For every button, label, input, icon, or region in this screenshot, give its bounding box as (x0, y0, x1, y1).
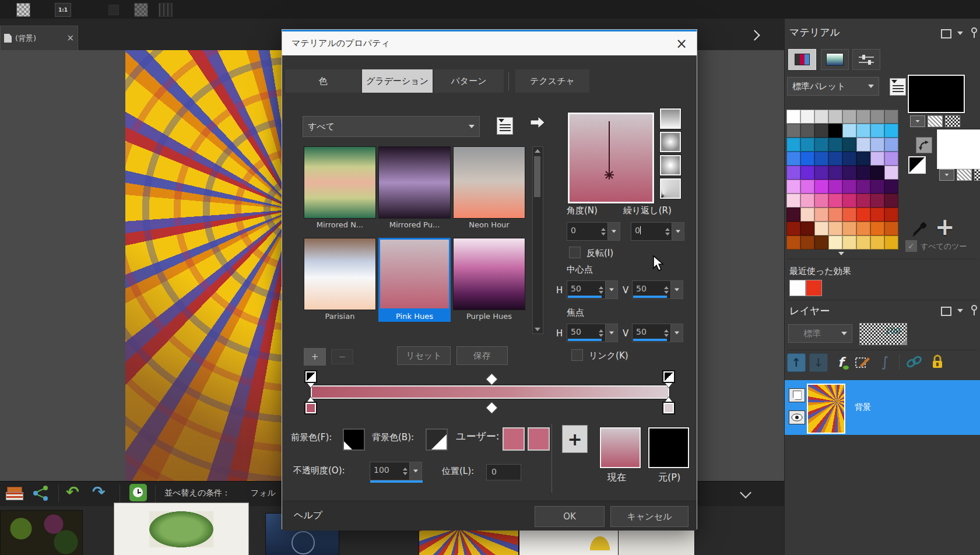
layers-menu-icon[interactable] (957, 309, 963, 312)
palette-color-swatch[interactable] (884, 194, 898, 208)
focal-h-dropdown-icon[interactable] (605, 324, 617, 342)
palette-color-swatch[interactable] (870, 180, 884, 194)
bg-gradient-style-button[interactable] (957, 169, 972, 181)
palette-color-swatch[interactable] (870, 236, 884, 250)
palette-color-swatch[interactable] (786, 222, 800, 236)
sunburst-gradient-style-button[interactable] (660, 155, 681, 175)
palette-color-swatch[interactable] (870, 208, 884, 222)
rectangular-gradient-style-button[interactable] (660, 132, 681, 152)
dialog-close-icon[interactable]: × (676, 37, 687, 51)
move-layer-down-icon[interactable]: ↓ (809, 353, 828, 372)
center-h-spinner[interactable]: 50 (567, 280, 618, 299)
focal-v-spinner[interactable]: 50 (632, 324, 683, 342)
palette-color-swatch[interactable] (786, 110, 800, 124)
layer-styles-icon[interactable]: f (831, 353, 850, 371)
palette-color-swatch[interactable] (842, 236, 856, 250)
pattern-icon[interactable] (134, 3, 148, 17)
layer-thumbnail[interactable] (807, 384, 845, 434)
transfer-arrow-icon[interactable] (529, 115, 546, 132)
transparency-stop-left[interactable] (304, 370, 317, 383)
palette-color-swatch[interactable] (884, 236, 898, 250)
palette-color-swatch[interactable] (800, 180, 814, 194)
gradient-item-thumbnail[interactable] (453, 146, 525, 219)
gradient-item-thumbnail[interactable] (304, 238, 376, 310)
palette-color-swatch[interactable] (884, 222, 898, 236)
gradient-item-thumbnail[interactable] (378, 146, 451, 219)
gradient-item-thumbnail[interactable] (453, 238, 525, 310)
palette-color-swatch[interactable] (870, 222, 884, 236)
palette-color-swatch[interactable] (870, 194, 884, 208)
palette-color-swatch[interactable] (828, 180, 842, 194)
bg-pattern-style-button[interactable] (974, 169, 980, 181)
layers-pin-icon[interactable] (970, 304, 978, 318)
one-to-one-zoom-icon[interactable]: 1:1 (55, 3, 71, 17)
dialog-bg-swatch[interactable] (426, 428, 448, 451)
palette-color-swatch[interactable] (870, 124, 884, 138)
angle-dropdown-icon[interactable] (607, 223, 620, 240)
palette-color-swatch[interactable] (786, 236, 800, 250)
gradient-item[interactable]: Purple Hues (453, 238, 525, 322)
palette-color-swatch[interactable] (786, 138, 800, 152)
palette-color-swatch[interactable] (842, 222, 856, 236)
palette-color-swatch[interactable] (884, 138, 898, 152)
tab-color[interactable]: 色 (285, 69, 361, 93)
stop-position-input[interactable]: 0 (486, 464, 521, 480)
save-button[interactable]: 保存 (456, 346, 508, 365)
dialog-title-bar[interactable]: マテリアルのプロパティ × (282, 30, 697, 55)
palette-color-swatch[interactable] (828, 166, 842, 180)
remove-stop-button[interactable]: − (331, 349, 353, 364)
ok-button[interactable]: OK (535, 506, 605, 527)
gradient-item[interactable]: Mirrored Pu... (378, 146, 451, 230)
tab-pattern[interactable]: パターン (434, 69, 504, 93)
repeat-updown[interactable] (663, 223, 672, 240)
palette-color-swatch[interactable] (856, 194, 870, 208)
palette-color-swatch[interactable] (856, 166, 870, 180)
palette-color-swatch[interactable] (828, 236, 842, 250)
history-clock-icon[interactable] (129, 484, 147, 501)
palette-color-swatch[interactable] (814, 166, 828, 180)
fg-color-style-button[interactable] (910, 115, 925, 127)
gradient-item[interactable]: Parisian (304, 238, 376, 322)
palette-color-swatch[interactable] (786, 124, 800, 138)
sort-condition-value[interactable]: フォル (251, 488, 276, 498)
repeat-spinner[interactable]: 0 (631, 222, 684, 241)
palette-select-dropdown[interactable]: 標準パレット (787, 77, 879, 96)
repeat-dropdown-icon[interactable] (672, 223, 684, 240)
scroll-up-icon[interactable] (535, 149, 540, 153)
dither-pattern-icon[interactable] (16, 3, 30, 17)
reset-button[interactable]: リセット (397, 346, 451, 365)
palette-color-swatch[interactable] (800, 152, 814, 166)
gradient-category-dropdown[interactable]: すべて (303, 116, 480, 137)
palette-color-swatch[interactable] (856, 180, 870, 194)
stop-opacity-dropdown-icon[interactable] (409, 462, 421, 480)
focal-v-dropdown-icon[interactable] (670, 324, 683, 342)
palette-color-swatch[interactable] (814, 110, 828, 124)
palette-color-swatch[interactable] (856, 222, 870, 236)
palette-color-swatch[interactable] (884, 110, 898, 124)
scroll-down-icon[interactable] (535, 328, 540, 331)
move-layer-up-icon[interactable]: ↑ (787, 353, 806, 372)
panel-collapse-right-icon[interactable] (749, 30, 760, 40)
blend-mode-dropdown[interactable]: 標準 (788, 324, 852, 343)
palette-color-swatch[interactable] (856, 110, 870, 124)
tray-thumbnail-light[interactable] (618, 528, 695, 555)
palette-color-swatch[interactable] (786, 194, 800, 208)
export-frames-icon[interactable] (6, 485, 23, 501)
palette-color-swatch[interactable] (828, 208, 842, 222)
transparency-stop-right[interactable] (662, 370, 675, 383)
stop-opacity-updown[interactable] (401, 462, 409, 480)
palette-expand-icon[interactable] (838, 252, 844, 255)
palette-color-swatch[interactable] (800, 222, 814, 236)
focal-h-spinner[interactable]: 50 (567, 324, 618, 342)
grid-icon[interactable] (159, 3, 173, 17)
palette-color-swatch[interactable] (814, 194, 828, 208)
add-swatch-icon[interactable]: + (935, 213, 955, 240)
palette-color-swatch[interactable] (842, 180, 856, 194)
palette-color-swatch[interactable] (786, 152, 800, 166)
palette-color-swatch[interactable] (814, 124, 828, 138)
help-link[interactable]: ヘルプ (294, 510, 322, 522)
invert-checkbox[interactable] (569, 247, 581, 258)
layers-frame-icon[interactable] (941, 307, 951, 316)
scrollbar-thumb[interactable] (534, 156, 540, 197)
palette-menu-icon[interactable] (890, 78, 906, 96)
